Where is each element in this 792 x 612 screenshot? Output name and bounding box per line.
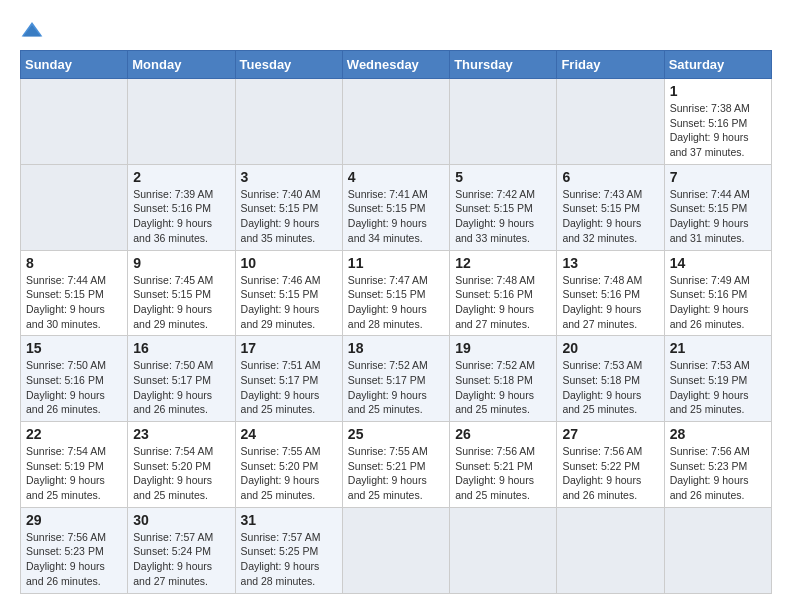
day-number: 2 (133, 169, 229, 185)
day-cell: 12 Sunrise: 7:48 AMSunset: 5:16 PMDaylig… (450, 250, 557, 336)
day-cell: 8 Sunrise: 7:44 AMSunset: 5:15 PMDayligh… (21, 250, 128, 336)
day-cell: 9 Sunrise: 7:45 AMSunset: 5:15 PMDayligh… (128, 250, 235, 336)
day-cell: 21 Sunrise: 7:53 AMSunset: 5:19 PMDaylig… (664, 336, 771, 422)
day-number: 6 (562, 169, 658, 185)
day-info: Sunrise: 7:52 AMSunset: 5:17 PMDaylight:… (348, 359, 428, 415)
day-number: 17 (241, 340, 337, 356)
day-number: 21 (670, 340, 766, 356)
day-number: 20 (562, 340, 658, 356)
day-info: Sunrise: 7:42 AMSunset: 5:15 PMDaylight:… (455, 188, 535, 244)
day-cell: 1 Sunrise: 7:38 AMSunset: 5:16 PMDayligh… (664, 79, 771, 165)
day-info: Sunrise: 7:41 AMSunset: 5:15 PMDaylight:… (348, 188, 428, 244)
logo (20, 20, 48, 40)
day-cell: 4 Sunrise: 7:41 AMSunset: 5:15 PMDayligh… (342, 164, 449, 250)
weekday-header-friday: Friday (557, 51, 664, 79)
day-number: 10 (241, 255, 337, 271)
day-info: Sunrise: 7:50 AMSunset: 5:17 PMDaylight:… (133, 359, 213, 415)
day-cell: 23 Sunrise: 7:54 AMSunset: 5:20 PMDaylig… (128, 422, 235, 508)
day-cell: 18 Sunrise: 7:52 AMSunset: 5:17 PMDaylig… (342, 336, 449, 422)
day-info: Sunrise: 7:49 AMSunset: 5:16 PMDaylight:… (670, 274, 750, 330)
empty-day-cell (450, 79, 557, 165)
day-info: Sunrise: 7:50 AMSunset: 5:16 PMDaylight:… (26, 359, 106, 415)
weekday-header-tuesday: Tuesday (235, 51, 342, 79)
day-info: Sunrise: 7:53 AMSunset: 5:19 PMDaylight:… (670, 359, 750, 415)
day-number: 26 (455, 426, 551, 442)
day-cell: 22 Sunrise: 7:54 AMSunset: 5:19 PMDaylig… (21, 422, 128, 508)
day-cell: 19 Sunrise: 7:52 AMSunset: 5:18 PMDaylig… (450, 336, 557, 422)
day-number: 28 (670, 426, 766, 442)
day-number: 29 (26, 512, 122, 528)
day-info: Sunrise: 7:45 AMSunset: 5:15 PMDaylight:… (133, 274, 213, 330)
empty-day-cell (664, 507, 771, 593)
day-number: 7 (670, 169, 766, 185)
day-cell: 27 Sunrise: 7:56 AMSunset: 5:22 PMDaylig… (557, 422, 664, 508)
day-info: Sunrise: 7:46 AMSunset: 5:15 PMDaylight:… (241, 274, 321, 330)
day-cell: 31 Sunrise: 7:57 AMSunset: 5:25 PMDaylig… (235, 507, 342, 593)
day-number: 22 (26, 426, 122, 442)
calendar-week-row: 22 Sunrise: 7:54 AMSunset: 5:19 PMDaylig… (21, 422, 772, 508)
day-info: Sunrise: 7:51 AMSunset: 5:17 PMDaylight:… (241, 359, 321, 415)
day-number: 18 (348, 340, 444, 356)
day-number: 12 (455, 255, 551, 271)
day-info: Sunrise: 7:44 AMSunset: 5:15 PMDaylight:… (670, 188, 750, 244)
day-info: Sunrise: 7:44 AMSunset: 5:15 PMDaylight:… (26, 274, 106, 330)
day-info: Sunrise: 7:56 AMSunset: 5:22 PMDaylight:… (562, 445, 642, 501)
day-info: Sunrise: 7:43 AMSunset: 5:15 PMDaylight:… (562, 188, 642, 244)
page-header (20, 20, 772, 40)
day-number: 3 (241, 169, 337, 185)
day-number: 8 (26, 255, 122, 271)
calendar-week-row: 1 Sunrise: 7:38 AMSunset: 5:16 PMDayligh… (21, 79, 772, 165)
day-number: 31 (241, 512, 337, 528)
day-info: Sunrise: 7:53 AMSunset: 5:18 PMDaylight:… (562, 359, 642, 415)
day-cell: 13 Sunrise: 7:48 AMSunset: 5:16 PMDaylig… (557, 250, 664, 336)
day-info: Sunrise: 7:52 AMSunset: 5:18 PMDaylight:… (455, 359, 535, 415)
day-info: Sunrise: 7:40 AMSunset: 5:15 PMDaylight:… (241, 188, 321, 244)
day-cell: 17 Sunrise: 7:51 AMSunset: 5:17 PMDaylig… (235, 336, 342, 422)
day-cell: 15 Sunrise: 7:50 AMSunset: 5:16 PMDaylig… (21, 336, 128, 422)
day-cell: 6 Sunrise: 7:43 AMSunset: 5:15 PMDayligh… (557, 164, 664, 250)
day-number: 16 (133, 340, 229, 356)
day-info: Sunrise: 7:39 AMSunset: 5:16 PMDaylight:… (133, 188, 213, 244)
day-number: 30 (133, 512, 229, 528)
calendar-week-row: 29 Sunrise: 7:56 AMSunset: 5:23 PMDaylig… (21, 507, 772, 593)
day-cell: 26 Sunrise: 7:56 AMSunset: 5:21 PMDaylig… (450, 422, 557, 508)
day-cell: 5 Sunrise: 7:42 AMSunset: 5:15 PMDayligh… (450, 164, 557, 250)
empty-day-cell (21, 164, 128, 250)
weekday-header-wednesday: Wednesday (342, 51, 449, 79)
day-number: 24 (241, 426, 337, 442)
day-info: Sunrise: 7:56 AMSunset: 5:21 PMDaylight:… (455, 445, 535, 501)
day-number: 27 (562, 426, 658, 442)
calendar-week-row: 15 Sunrise: 7:50 AMSunset: 5:16 PMDaylig… (21, 336, 772, 422)
day-number: 25 (348, 426, 444, 442)
day-cell: 30 Sunrise: 7:57 AMSunset: 5:24 PMDaylig… (128, 507, 235, 593)
day-cell: 24 Sunrise: 7:55 AMSunset: 5:20 PMDaylig… (235, 422, 342, 508)
day-cell: 7 Sunrise: 7:44 AMSunset: 5:15 PMDayligh… (664, 164, 771, 250)
weekday-header-thursday: Thursday (450, 51, 557, 79)
logo-icon (20, 20, 44, 40)
day-info: Sunrise: 7:47 AMSunset: 5:15 PMDaylight:… (348, 274, 428, 330)
day-info: Sunrise: 7:57 AMSunset: 5:25 PMDaylight:… (241, 531, 321, 587)
empty-day-cell (235, 79, 342, 165)
empty-day-cell (557, 79, 664, 165)
calendar-week-row: 2 Sunrise: 7:39 AMSunset: 5:16 PMDayligh… (21, 164, 772, 250)
day-number: 14 (670, 255, 766, 271)
day-number: 5 (455, 169, 551, 185)
day-number: 19 (455, 340, 551, 356)
day-number: 23 (133, 426, 229, 442)
day-number: 9 (133, 255, 229, 271)
day-cell: 2 Sunrise: 7:39 AMSunset: 5:16 PMDayligh… (128, 164, 235, 250)
weekday-header-row: SundayMondayTuesdayWednesdayThursdayFrid… (21, 51, 772, 79)
calendar-week-row: 8 Sunrise: 7:44 AMSunset: 5:15 PMDayligh… (21, 250, 772, 336)
empty-day-cell (128, 79, 235, 165)
day-cell: 16 Sunrise: 7:50 AMSunset: 5:17 PMDaylig… (128, 336, 235, 422)
day-cell: 28 Sunrise: 7:56 AMSunset: 5:23 PMDaylig… (664, 422, 771, 508)
day-info: Sunrise: 7:38 AMSunset: 5:16 PMDaylight:… (670, 102, 750, 158)
day-number: 13 (562, 255, 658, 271)
day-cell: 20 Sunrise: 7:53 AMSunset: 5:18 PMDaylig… (557, 336, 664, 422)
day-number: 15 (26, 340, 122, 356)
day-number: 11 (348, 255, 444, 271)
day-cell: 29 Sunrise: 7:56 AMSunset: 5:23 PMDaylig… (21, 507, 128, 593)
day-number: 4 (348, 169, 444, 185)
empty-day-cell (557, 507, 664, 593)
day-cell: 10 Sunrise: 7:46 AMSunset: 5:15 PMDaylig… (235, 250, 342, 336)
